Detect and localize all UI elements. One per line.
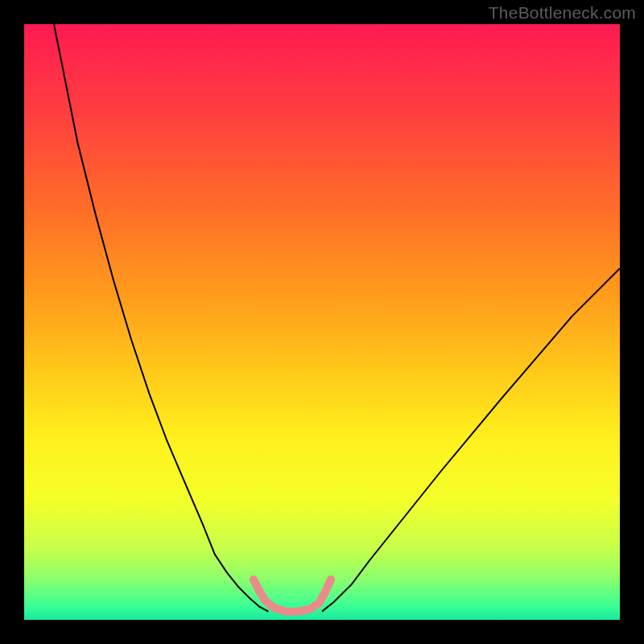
plot-area <box>24 24 620 620</box>
watermark-label: TheBottleneck.com <box>489 3 636 23</box>
chart-container: TheBottleneck.com <box>0 0 644 644</box>
chart-svg <box>24 24 620 620</box>
chart-background <box>24 24 620 620</box>
